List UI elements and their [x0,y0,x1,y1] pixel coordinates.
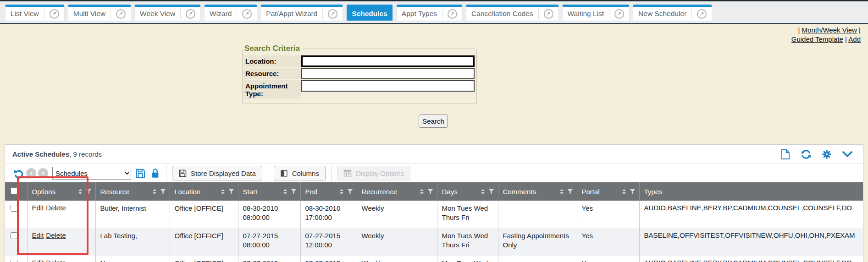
tab-pat-appt-wizard[interactable]: Pat/Appt Wizard↗ [261,5,343,21]
sort-icon[interactable] [622,189,626,194]
external-link-icon[interactable]: ↗ [614,9,624,19]
sort-icon[interactable] [153,189,156,194]
filter-funnel-icon[interactable] [347,189,353,195]
column-header-types: Types [639,182,863,201]
end-cell: 07-27-2015 17:00:00 [300,256,357,262]
external-link-icon[interactable]: ↗ [116,9,126,19]
previous-view-icon[interactable]: ‹ [26,168,36,178]
filter-funnel-icon[interactable] [228,189,234,195]
resource-cell: Lab Testing, [95,228,170,256]
panel-header-icons [780,149,853,160]
resource-label: Resource: [243,68,301,79]
edit-link[interactable]: Edit [32,231,44,239]
lock-icon[interactable] [149,168,160,179]
column-label: Portal [582,188,600,196]
column-label: Options [32,188,56,196]
column-header-portal: Portal [577,182,639,201]
gear-icon[interactable] [821,149,832,160]
sort-icon[interactable] [340,189,343,194]
external-link-icon[interactable]: ↗ [50,9,59,19]
save-view-icon[interactable] [135,168,146,179]
tab-week-view[interactable]: Week View↗ [135,5,200,21]
comments-cell [498,201,577,228]
delete-link[interactable]: Delete [46,204,66,212]
end-cell: 08-30-2010 17:00:00 [300,201,357,228]
pipe-separator: | [798,26,800,34]
edit-link[interactable]: Edit [32,259,44,262]
sort-icon[interactable] [481,189,485,194]
edit-link[interactable]: Edit [32,204,44,212]
resource-cell: Butler, Internist [95,201,170,228]
filter-funnel-icon[interactable] [160,189,166,195]
active-schedules-panel: Active Schedules, 9 records [5,144,863,262]
portal-cell: Yes [577,201,639,228]
external-link-icon[interactable]: ↗ [697,9,707,19]
filter-funnel-icon[interactable] [630,189,636,195]
delete-link[interactable]: Delete [46,259,66,262]
external-link-icon[interactable]: ↗ [328,9,337,19]
tab-new-scheduler[interactable]: New Scheduler↗ [633,5,712,21]
search-button[interactable]: Search [419,115,448,128]
external-link-icon[interactable]: ↗ [448,9,457,19]
save-icon [178,169,187,177]
filter-funnel-icon[interactable] [567,189,573,195]
appointment-type-input[interactable] [301,80,475,92]
row-checkbox[interactable] [11,260,17,262]
sort-icon[interactable] [283,189,287,194]
appointment-type-row: Appointment Type: [243,80,475,99]
filter-funnel-icon[interactable] [86,189,92,195]
tab-list-view[interactable]: List View↗ [6,5,64,21]
delete-link[interactable]: Delete [46,231,66,239]
store-displayed-data-button[interactable]: Store Displayed Data [172,166,262,180]
tab-wizard[interactable]: Wizard↗ [205,5,257,21]
search-criteria-fieldset: Search Criteria Location:Resource:Appoin… [242,44,477,104]
comments-cell: Fasting Appointments Only [498,228,577,256]
tab-label: Week View [140,10,175,18]
sort-icon[interactable] [221,189,225,194]
select-all-checkbox[interactable] [11,187,17,194]
grid-toolbar: ‹ › Schedules [5,164,863,182]
column-header-start: Start [238,182,300,201]
filter-funnel-icon[interactable] [291,189,297,195]
tab-schedules[interactable]: Schedules [347,5,393,21]
column-label: End [305,188,318,196]
tab-waiting-list[interactable]: Waiting List↗ [563,5,630,21]
tab-multi-view[interactable]: Multi View↗ [68,5,131,21]
refresh-icon[interactable] [801,149,812,160]
columns-label: Columns [292,169,319,177]
tab-label: List View [11,10,39,18]
tab-divider [442,9,442,19]
tab-label: Waiting List [568,10,604,18]
row-checkbox[interactable] [11,205,17,212]
row-checkbox[interactable] [11,232,17,239]
tab-appt-types[interactable]: Appt Types↗ [397,5,462,21]
tab-cancellation-codes[interactable]: Cancellation Codes↗ [466,5,558,21]
location-input[interactable] [301,55,475,67]
undo-icon[interactable] [12,167,24,179]
external-link-icon[interactable]: ↗ [544,9,553,19]
display-options-button[interactable]: Display Options [337,166,410,180]
guided-template-link[interactable]: Guided Template [791,35,843,43]
filter-funnel-icon[interactable] [488,189,494,195]
sort-icon[interactable] [78,189,82,194]
external-link-icon[interactable]: ↗ [186,9,195,19]
chevron-down-icon[interactable] [842,149,853,160]
tab-label: Appt Types [402,10,437,18]
add-link[interactable]: Add [848,35,861,43]
month-week-view-link[interactable]: Month/Week View [802,26,857,34]
resource-row: Resource: [243,68,475,79]
next-view-icon[interactable]: › [38,168,48,178]
sort-icon[interactable] [560,189,564,194]
resource-input[interactable] [301,68,475,79]
saved-view-select[interactable]: Schedules [52,167,131,180]
tab-divider [538,9,539,19]
columns-button[interactable]: Columns [274,166,326,180]
column-header-comments: Comments [498,182,577,201]
types-cell: BASELINE,OFFVISITEST,OFFVISITNEW,OHFU,OH… [639,228,863,256]
toolbar-divider [166,164,166,182]
filter-funnel-icon[interactable] [427,189,433,195]
sort-icon[interactable] [420,189,424,194]
new-document-icon[interactable] [780,149,791,160]
location-cell: Office [OFFICE] [170,256,238,262]
external-link-icon[interactable]: ↗ [242,9,252,19]
